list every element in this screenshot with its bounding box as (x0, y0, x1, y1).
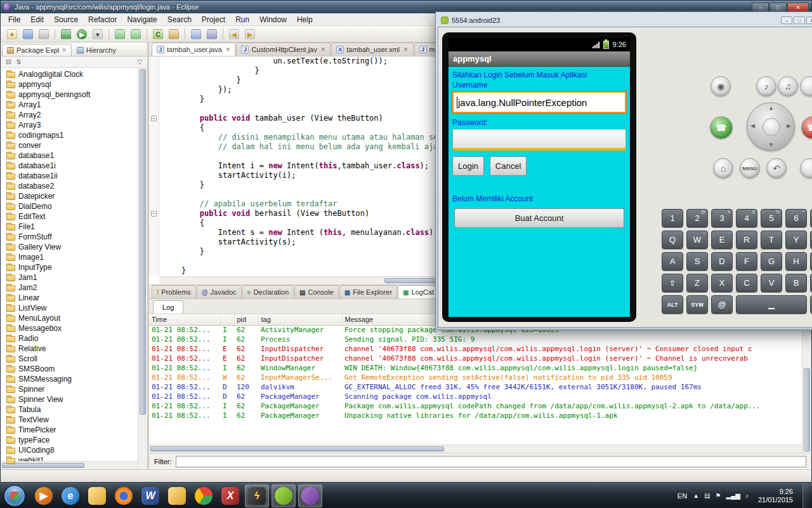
key-z[interactable]: Z (686, 274, 708, 292)
menu-file[interactable]: File (3, 14, 25, 25)
project-item-conver[interactable]: conver (1, 140, 147, 150)
project-item-spinner-view[interactable]: Spinner View (1, 394, 147, 404)
dpad-down-icon[interactable]: ▼ (768, 142, 774, 148)
menu-help[interactable]: Help (292, 14, 318, 25)
log-row[interactable]: 01-21 08:52...I62ProcessSending signal. … (149, 335, 802, 344)
key-w[interactable]: W~ (686, 231, 708, 249)
chrome-icon[interactable] (192, 485, 216, 507)
power-button[interactable] (800, 76, 812, 97)
new-package-icon[interactable] (166, 27, 181, 41)
dpad-up-icon[interactable]: ▲ (768, 105, 774, 111)
folder-icon[interactable] (165, 485, 189, 507)
key-f[interactable]: F (736, 252, 757, 271)
design-tool-icon[interactable] (298, 485, 322, 507)
close-tab-icon[interactable]: ✕ (226, 46, 231, 53)
log-subtab[interactable]: Log (153, 300, 183, 314)
call-button[interactable]: ☎ (710, 116, 733, 139)
key-symbol[interactable]: ▁ (736, 295, 807, 314)
project-item-scroll[interactable]: Scroll (1, 354, 147, 364)
tree-vertical-scrollbar[interactable] (138, 68, 147, 469)
dpad[interactable]: ▲ ▼ ◀ ▶ (747, 102, 795, 150)
collapse-all-icon[interactable]: ⊟ (6, 58, 11, 65)
scrollbar-thumb[interactable] (140, 69, 146, 415)
project-item-listview[interactable]: ListView (1, 303, 147, 313)
start-button[interactable] (4, 485, 25, 507)
language-indicator[interactable]: EN (678, 492, 687, 500)
close-view-icon[interactable]: ✕ (62, 47, 67, 53)
tab-hierarchy[interactable]: Hierarchy (72, 44, 121, 56)
project-item-gallery-view[interactable]: Gallery View (1, 242, 147, 252)
project-item-appmysql[interactable]: appmysql (1, 79, 147, 90)
project-item-relative[interactable]: Relative (1, 344, 147, 354)
dpad-right-icon[interactable]: ▶ (787, 123, 791, 129)
key-sym[interactable]: SYM (686, 295, 708, 314)
key-3[interactable]: 3# (711, 209, 733, 227)
home-button[interactable]: ⌂ (713, 158, 733, 178)
project-item-menulayout[interactable]: MenuLayout (1, 313, 147, 323)
project-item-inputtype[interactable]: InputType (1, 262, 147, 272)
tab-console[interactable]: ▤Console (294, 285, 339, 298)
project-item-appmysql-beningsoft[interactable]: appmysql_beningsoft (1, 90, 147, 100)
logcat-horizontal-scrollbar[interactable] (149, 444, 802, 453)
link-editor-icon[interactable]: ⇅ (16, 58, 21, 65)
clock[interactable]: 9:26 21/01/2015 (754, 488, 797, 504)
key-h[interactable]: H (785, 252, 807, 271)
project-item-codingmaps1[interactable]: codingmaps1 (1, 130, 147, 140)
maximize-button[interactable]: □ (769, 3, 787, 12)
tab-javadoc[interactable]: @Javadoc (197, 285, 242, 298)
project-item-smsboom[interactable]: SMSBoom (1, 364, 147, 374)
key-s[interactable]: S (686, 252, 708, 271)
project-item-jam2[interactable]: Jam2 (1, 283, 147, 293)
project-item-spinner[interactable]: Spinner (1, 384, 147, 394)
media-player-icon[interactable]: ▶ (32, 485, 56, 507)
project-item-array1[interactable]: Array1 (1, 100, 147, 110)
run-icon[interactable]: ▶ (74, 27, 89, 41)
log-row[interactable]: 01-21 08:52...D120dalvikvmGC_EXTERNAL_AL… (149, 382, 802, 392)
menu-button[interactable]: MENU (740, 158, 760, 178)
end-call-button[interactable]: ☎ (801, 116, 812, 139)
close-button[interactable]: ✕ (787, 3, 809, 12)
back-button[interactable]: ↶ (766, 158, 787, 178)
project-item-image1[interactable]: Image1 (1, 252, 147, 262)
log-row[interactable]: 01-21 08:52...I62WindowManagerWIN DEATH:… (149, 363, 802, 373)
editor-tab-tambah-user-xml[interactable]: Xtambah_user.xml✕ (331, 43, 413, 56)
project-item-uicoding8[interactable]: UICoding8 (1, 445, 147, 455)
open-type-icon[interactable] (188, 27, 204, 41)
search-button[interactable] (800, 158, 812, 178)
search-icon[interactable] (204, 27, 219, 41)
logcat-vertical-scrollbar[interactable] (802, 314, 811, 453)
tab-file-explorer[interactable]: ▦File Explorer (339, 285, 397, 298)
key-symbol[interactable]: @ (711, 295, 733, 314)
debug-icon[interactable] (58, 27, 74, 41)
project-item-analogdigital-clock[interactable]: Analogdigital Clock (1, 69, 147, 79)
close-tab-icon[interactable]: ✕ (403, 46, 409, 53)
tray-keyboard-icon[interactable]: ▤ (704, 492, 710, 499)
key-g[interactable]: G (761, 252, 782, 271)
project-item-database1ii[interactable]: database1ii (1, 171, 147, 181)
key-2[interactable]: 2@ (686, 209, 708, 227)
emulator-titlebar[interactable]: 5554:android23 – □ ✕ (438, 14, 812, 27)
dpad-left-icon[interactable]: ◀ (750, 123, 755, 129)
password-field[interactable] (452, 129, 626, 150)
tab-package-explorer[interactable]: Package Expl ✕ (2, 44, 72, 56)
key-e[interactable]: E" (711, 231, 733, 249)
new-java-class-icon[interactable]: C (150, 27, 166, 41)
project-item-jam1[interactable]: Jam1 (1, 272, 147, 283)
key-x[interactable]: X (711, 274, 733, 292)
key-q[interactable]: Q (662, 231, 683, 249)
emulator-close-button[interactable]: ✕ (806, 17, 812, 24)
project-item-messagebox[interactable]: Messagebox (1, 323, 147, 333)
menu-window[interactable]: Window (254, 14, 292, 25)
project-item-database1i[interactable]: database1i (1, 161, 147, 171)
log-row[interactable]: 01-21 08:52...W62InputManagerSe...Got Re… (149, 373, 802, 382)
camera-button[interactable]: ◉ (710, 76, 731, 97)
log-row[interactable]: 01-21 08:52...E62InputDispatcherchannel … (149, 344, 802, 354)
key-5[interactable]: 5% (761, 209, 782, 227)
key-b[interactable]: B (785, 274, 807, 292)
android-emulator-icon[interactable] (272, 485, 296, 507)
project-item-linear[interactable]: Linear (1, 293, 147, 303)
file-explorer-icon[interactable] (85, 485, 109, 507)
menu-project[interactable]: Project (197, 14, 230, 25)
word-icon[interactable]: W (138, 485, 162, 507)
tab-problems[interactable]: !Problems (152, 285, 196, 298)
